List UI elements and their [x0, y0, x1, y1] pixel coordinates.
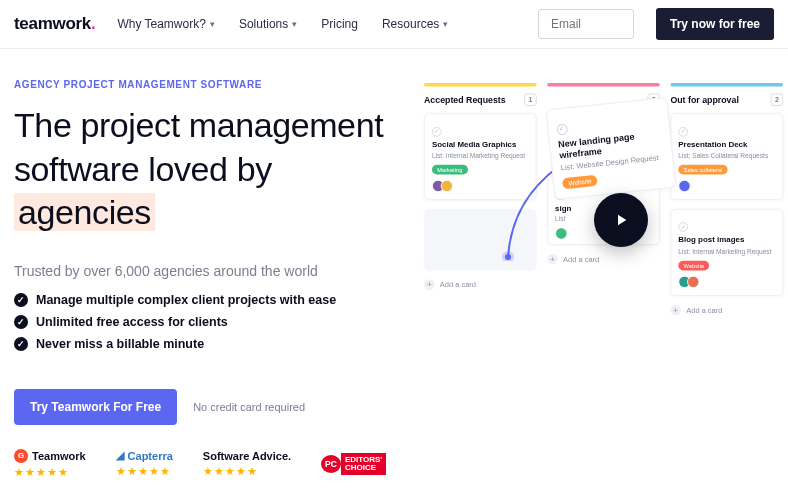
check-circle-icon: ✓: [432, 127, 442, 137]
check-icon: ✓: [14, 315, 28, 329]
nav: Why Teamwork?▾ Solutions▾ Pricing Resour…: [117, 17, 448, 31]
nav-solutions[interactable]: Solutions▾: [239, 17, 297, 31]
add-card-button[interactable]: +Add a card: [424, 279, 537, 290]
nav-resources[interactable]: Resources▾: [382, 17, 448, 31]
kanban-card[interactable]: ✓ Blog post images List: Internal Market…: [670, 209, 783, 296]
feature-item: ✓Unlimited free access for clients: [14, 315, 406, 329]
column-count: 2: [771, 94, 783, 106]
avatar: [441, 180, 453, 192]
chevron-down-icon: ▾: [210, 19, 215, 29]
try-free-button[interactable]: Try Teamwork For Free: [14, 389, 177, 425]
nav-pricing[interactable]: Pricing: [321, 17, 358, 31]
stars-icon: ★★★★★: [116, 465, 173, 478]
topbar: teamwork. Why Teamwork?▾ Solutions▾ Pric…: [0, 0, 788, 49]
g2-icon: G: [14, 449, 28, 463]
check-circle-icon: ✓: [678, 127, 688, 137]
kanban-card[interactable]: ✓ Presentation Deck List: Sales Collater…: [670, 113, 783, 200]
no-credit-card: No credit card required: [193, 401, 305, 413]
feature-list: ✓Manage multiple complex client projects…: [14, 293, 406, 351]
plus-icon: +: [670, 304, 681, 315]
column-title: Out for approval: [670, 95, 738, 105]
check-icon: ✓: [14, 337, 28, 351]
svg-point-1: [505, 254, 511, 260]
check-circle-icon: ✓: [678, 222, 688, 232]
check-circle-icon: ✓: [556, 123, 568, 135]
proof-capterra: ◢Capterra ★★★★★: [116, 449, 173, 478]
board-preview: Accepted Requests1 ✓ Social Media Graphi…: [424, 79, 788, 425]
proof-g2: GTeamwork ★★★★★: [14, 449, 86, 479]
add-card-button[interactable]: +Add a card: [670, 304, 783, 315]
stars-icon: ★★★★★: [203, 465, 291, 478]
feature-item: ✓Manage multiple complex client projects…: [14, 293, 406, 307]
subheading: Trusted by over 6,000 agencies around th…: [14, 263, 406, 279]
proof-software-advice: Software Advice. ★★★★★: [203, 450, 291, 478]
avatar: [678, 180, 690, 192]
capterra-icon: ◢: [116, 449, 124, 462]
tag: Website: [562, 175, 598, 190]
page-title: The project management software loved by…: [14, 104, 406, 235]
avatar: [687, 275, 699, 287]
column-title: Accepted Requests: [424, 95, 506, 105]
email-field[interactable]: [538, 9, 634, 39]
play-icon: [612, 211, 630, 229]
play-video-button[interactable]: [594, 193, 648, 247]
tag: Sales collateral: [678, 165, 727, 175]
feature-item: ✓Never miss a billable minute: [14, 337, 406, 351]
eyebrow: AGENCY PROJECT MANAGEMENT SOFTWARE: [14, 79, 406, 90]
pc-editors-choice-badge: PC EDITORS'CHOICE: [321, 453, 386, 475]
logo[interactable]: teamwork.: [14, 14, 95, 34]
column-count: 1: [524, 94, 536, 106]
stars-icon: ★★★★★: [14, 466, 86, 479]
chevron-down-icon: ▾: [443, 19, 448, 29]
hero: AGENCY PROJECT MANAGEMENT SOFTWARE The p…: [0, 49, 788, 437]
plus-icon: +: [424, 279, 435, 290]
chevron-down-icon: ▾: [292, 19, 297, 29]
social-proof: GTeamwork ★★★★★ ◢Capterra ★★★★★ Software…: [0, 437, 788, 495]
tag: Marketing: [432, 165, 468, 175]
tag: Website: [678, 260, 709, 270]
floating-card[interactable]: ✓ New landing page wireframe List: Websi…: [546, 97, 677, 200]
check-icon: ✓: [14, 293, 28, 307]
nav-why-teamwork[interactable]: Why Teamwork?▾: [117, 17, 214, 31]
try-now-button[interactable]: Try now for free: [656, 8, 774, 40]
